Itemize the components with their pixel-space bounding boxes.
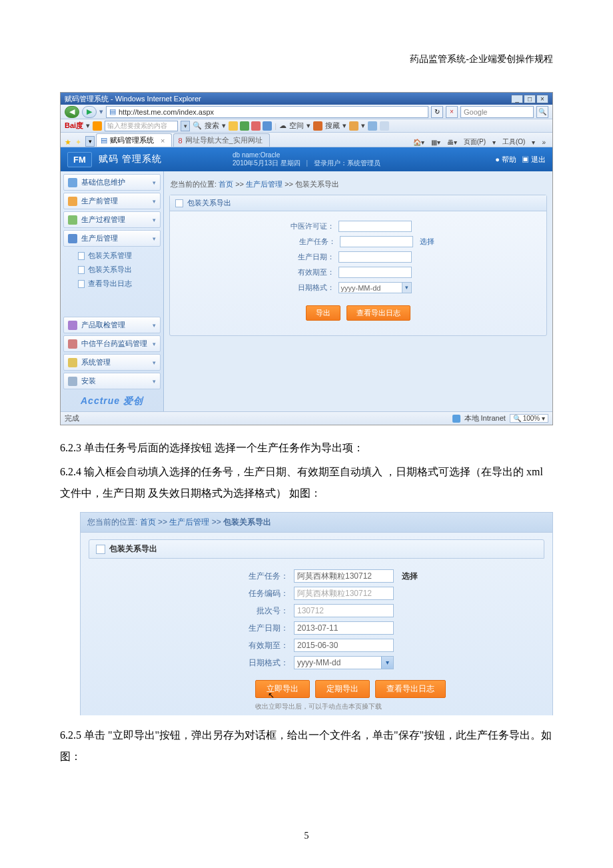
select-button[interactable]: 选择: [402, 571, 418, 582]
dropdown-icon[interactable]: ▾: [342, 121, 346, 130]
sidebar-item-sample[interactable]: 产品取检管理: [63, 317, 161, 333]
baidu-search-input[interactable]: 输入想要搜索的内容: [105, 121, 178, 131]
dropdown-icon[interactable]: ▾: [402, 283, 411, 293]
toolbar-icon[interactable]: [368, 121, 377, 131]
toolbar-icon[interactable]: [380, 121, 389, 131]
toolbar-icon[interactable]: [263, 121, 272, 131]
breadcrumb-l1[interactable]: 生产后管理: [169, 517, 209, 527]
tab-inactive[interactable]: 8 网址导航大全_实用网址: [173, 133, 269, 147]
export-now-button[interactable]: 立即导出 ↖: [255, 680, 310, 698]
toolbar-icon[interactable]: [240, 121, 249, 131]
breadcrumb-prefix: 您当前的位置:: [87, 517, 137, 527]
minimize-button[interactable]: _: [511, 95, 523, 103]
select-button[interactable]: 选择: [420, 237, 434, 247]
expiry-input[interactable]: 2015-06-30: [294, 639, 394, 652]
view-log-button[interactable]: 查看导出日志: [346, 305, 410, 321]
prod-date-input[interactable]: 2013-07-11: [294, 621, 394, 635]
search-icon[interactable]: 🔍: [193, 121, 202, 130]
sidebar-item-pre-production[interactable]: 生产前管理: [63, 193, 161, 209]
favorites-icon[interactable]: ★: [65, 138, 71, 147]
license-input[interactable]: [338, 221, 412, 232]
tools-menu[interactable]: 工具(O): [500, 137, 528, 147]
date-fmt-select[interactable]: yyyy-MM-dd ▾: [294, 656, 394, 669]
sidebar-sub-pack-export[interactable]: 包装关系导出: [63, 263, 161, 277]
zoom-level[interactable]: 🔍 100% ▾: [510, 414, 548, 423]
sidebar-item-label: 安装: [81, 376, 96, 386]
sidebar-item-install[interactable]: 安装: [63, 373, 161, 389]
close-tab-icon[interactable]: ×: [161, 137, 165, 145]
sidebar-item-basic-info[interactable]: 基础信息维护: [63, 174, 161, 191]
refresh-button[interactable]: ↻: [431, 106, 443, 118]
folder-icon: [68, 234, 77, 243]
toolbar-icon[interactable]: [349, 121, 358, 131]
stop-button[interactable]: ×: [446, 106, 458, 118]
breadcrumb-home[interactable]: 首页: [219, 180, 233, 188]
batch-input[interactable]: 130712: [294, 604, 394, 617]
task-code-input[interactable]: 阿莫西林颗粒130712: [294, 587, 394, 600]
chevron-icon[interactable]: »: [539, 139, 548, 146]
dropdown-icon[interactable]: ▾: [99, 107, 103, 116]
help-button[interactable]: ● 帮助: [495, 155, 516, 165]
close-button[interactable]: ×: [536, 95, 548, 103]
toolbar-icon[interactable]: [229, 121, 238, 131]
dropdown-icon[interactable]: ▾: [181, 121, 190, 131]
dropdown-icon[interactable]: ▾: [381, 657, 393, 669]
export-button[interactable]: 导出: [306, 305, 340, 321]
dropdown-icon[interactable]: ▾: [306, 121, 310, 130]
forward-button[interactable]: ▶: [82, 106, 97, 118]
status-text: 完成: [65, 413, 79, 423]
baidu-space-label[interactable]: 空间: [289, 121, 304, 131]
folder-icon: [68, 321, 77, 330]
doc-icon: [78, 266, 85, 274]
favorites-icon[interactable]: ✦: [75, 138, 81, 147]
address-bar[interactable]: ▤ http://test.me.com/index.aspx: [106, 106, 428, 118]
baidu-fav-label[interactable]: 搜藏: [325, 121, 340, 131]
breadcrumb-l1[interactable]: 生产后管理: [246, 180, 283, 188]
dropdown-icon[interactable]: ▾: [222, 121, 226, 130]
home-icon[interactable]: 🏠▾: [410, 139, 427, 146]
sidebar-item-system[interactable]: 系统管理: [63, 354, 161, 371]
search-box[interactable]: Google: [460, 106, 534, 118]
date-fmt-select[interactable]: yyyy-MM-dd ▾: [338, 282, 412, 293]
view-log-button[interactable]: 查看导出日志: [375, 680, 446, 698]
logout-button[interactable]: ▣ 退出: [522, 155, 546, 165]
fm-badge: FM: [67, 152, 92, 167]
breadcrumb-home[interactable]: 首页: [140, 517, 156, 527]
print-icon[interactable]: 🖶▾: [444, 139, 460, 146]
sidebar-sub-label: 包装关系管理: [88, 251, 132, 261]
sidebar-item-label: 中信平台药监码管理: [81, 339, 147, 349]
app-header: FM 赋码 管理系统 db name:Oracle 2010年5月13日 星期四…: [61, 147, 552, 171]
sidebar-item-post-production[interactable]: 生产后管理: [63, 230, 161, 247]
toolbar-icon[interactable]: [313, 121, 322, 131]
maximize-button[interactable]: □: [524, 95, 536, 103]
task-input[interactable]: 阿莫西林颗粒130712: [294, 569, 394, 583]
prod-date-input[interactable]: [338, 251, 412, 263]
sidebar-sub-export-log[interactable]: 查看导出日志: [63, 277, 161, 291]
sidebar-sub-pack-manage[interactable]: 包装关系管理: [63, 249, 161, 263]
prod-date-label: 生产日期：: [242, 623, 289, 634]
date-line: 2010年5月13日 星期四: [233, 159, 301, 167]
dropdown-icon[interactable]: ▾: [86, 121, 90, 130]
screenshot-browser-window: 赋码管理系统 - Windows Internet Explorer _ □ ×…: [60, 92, 553, 425]
doc-header: 药品监管系统-企业端爱创操作规程: [60, 53, 553, 65]
sidebar-item-process[interactable]: 生产过程管理: [63, 211, 161, 228]
toolbar-icon[interactable]: [251, 121, 261, 131]
scheduled-export-button[interactable]: 定期导出: [315, 680, 370, 698]
baidu-logo: Bai度: [65, 121, 83, 131]
panel-title: 包装关系导出: [187, 198, 231, 208]
sidebar-item-platform[interactable]: 中信平台药监码管理: [63, 335, 161, 352]
feed-icon[interactable]: ▦▾: [428, 139, 443, 146]
task-input[interactable]: [340, 236, 413, 247]
doc-icon: [78, 280, 85, 288]
cloud-icon[interactable]: ☁: [279, 121, 287, 130]
search-button[interactable]: 🔍: [536, 106, 548, 118]
page-menu[interactable]: 页面(P): [461, 137, 488, 147]
baidu-search-label[interactable]: 搜索: [205, 121, 219, 131]
dropdown-icon[interactable]: ▾: [85, 136, 95, 147]
expiry-input[interactable]: [338, 267, 412, 278]
dropdown-icon[interactable]: ▾: [361, 121, 365, 130]
sidebar-item-label: 生产后管理: [81, 233, 118, 243]
tab-active[interactable]: ▤ 赋码管理系统 ×: [96, 133, 172, 147]
back-button[interactable]: ◀: [65, 106, 79, 118]
baidu-icon: [93, 121, 102, 131]
